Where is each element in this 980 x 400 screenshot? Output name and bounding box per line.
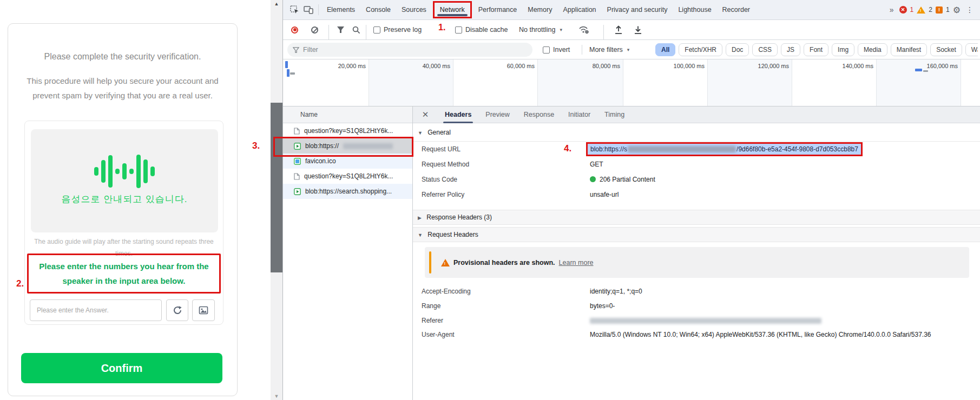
tab-memory[interactable]: Memory	[522, 0, 557, 20]
referer-key: Referer	[422, 313, 443, 328]
details-tab-headers[interactable]: Headers	[438, 106, 478, 123]
request-row[interactable]: blob:https://search.shopping...	[283, 184, 412, 199]
triangle-down-icon: ▼	[418, 130, 423, 136]
network-main-area: Name question?key=S1Q8L2HtY6k... blob:ht…	[283, 106, 980, 400]
export-har-button[interactable]	[634, 20, 642, 39]
favicon-icon	[294, 158, 301, 165]
settings-gear-icon[interactable]: ⚙	[953, 5, 961, 15]
general-section-header[interactable]: ▼ General	[413, 123, 980, 142]
chip-js[interactable]: JS	[781, 43, 800, 56]
document-icon	[294, 173, 300, 180]
tab-elements[interactable]: Elements	[321, 0, 360, 20]
image-captcha-button[interactable]	[192, 299, 215, 321]
audio-status-text: 음성으로 안내되고 있습니다.	[31, 193, 218, 205]
captcha-instruction-text: Please enter the numbers you hear from t…	[29, 259, 219, 288]
card-description: This procedure will help you secure your…	[19, 74, 226, 103]
request-row-selected[interactable]: blob:https://	[283, 138, 412, 154]
response-headers-section[interactable]: ▶ Response Headers (3)	[413, 210, 980, 225]
disable-cache-checkbox[interactable]: Disable cache	[455, 20, 508, 39]
request-headers-section[interactable]: ▼ Request Headers	[413, 227, 980, 242]
chip-img[interactable]: Img	[832, 43, 854, 56]
close-icon[interactable]: ✕	[413, 110, 438, 119]
network-overview-timeline[interactable]: 20,000 ms 40,000 ms 60,000 ms 80,000 ms …	[283, 59, 980, 106]
request-method-row: Request Method GET	[413, 157, 980, 172]
clear-button[interactable]	[311, 20, 318, 39]
details-tab-preview[interactable]: Preview	[478, 106, 516, 123]
devtools-panel: Elements Console Sources Network Perform…	[282, 0, 980, 400]
inspect-element-icon[interactable]	[287, 3, 301, 17]
preserve-log-checkbox[interactable]: Preserve log	[373, 20, 422, 39]
filter-toggle-button[interactable]	[337, 20, 345, 39]
details-tab-response[interactable]: Response	[517, 106, 561, 123]
details-tab-initiator[interactable]: Initiator	[561, 106, 597, 123]
device-toolbar-icon[interactable]	[301, 3, 315, 17]
provisional-headers-warning: ! Provisional headers are shown. Learn m…	[425, 247, 969, 278]
search-button[interactable]	[352, 20, 360, 39]
waterfall-mark	[923, 70, 928, 72]
answer-input[interactable]	[30, 299, 162, 321]
request-row[interactable]: question?key=S1Q8L2HtY6k...	[283, 169, 412, 184]
chip-all[interactable]: All	[655, 43, 675, 56]
tab-application[interactable]: Application	[557, 0, 601, 20]
tab-recorder[interactable]: Recorder	[717, 0, 755, 20]
download-icon	[634, 25, 642, 35]
tab-network[interactable]: Network	[433, 1, 472, 18]
audio-waveform-icon	[31, 154, 218, 189]
devtools-menu-icon[interactable]: ⋮	[964, 5, 976, 14]
timeline-gridline	[961, 59, 961, 106]
chevron-down-icon: ▾	[627, 47, 630, 52]
confirm-button[interactable]: Confirm	[21, 353, 222, 383]
request-row[interactable]: favicon.ico	[283, 154, 412, 169]
referer-row: Referer	[413, 313, 980, 328]
chip-wasm[interactable]: Wasm	[965, 43, 978, 56]
more-filters-label: More filters	[589, 46, 623, 54]
chip-font[interactable]: Font	[804, 43, 828, 56]
learn-more-link[interactable]: Learn more	[559, 259, 594, 266]
filter-input[interactable]: Filter	[287, 43, 532, 57]
status-code-row: Status Code 206 Partial Content	[413, 172, 980, 187]
response-headers-label: Response Headers (3)	[426, 214, 492, 221]
scrollbar-up-arrow[interactable]: ▲	[271, 1, 282, 6]
tab-sources[interactable]: Sources	[396, 0, 432, 20]
network-filter-row: Filter Invert More filters ▾ All Fetch/X…	[283, 40, 980, 59]
chip-socket[interactable]: Socket	[930, 43, 962, 56]
request-row[interactable]: question?key=S1Q8L2HtY6k...	[283, 123, 412, 138]
record-button[interactable]	[291, 20, 298, 39]
chip-manifest[interactable]: Manifest	[891, 43, 927, 56]
accept-encoding-row: Accept-Encoding identity;q=1, *;q=0	[413, 284, 980, 299]
page-scrollbar[interactable]: ▲ ▼	[271, 0, 282, 400]
redacted-referer-blur	[590, 318, 821, 324]
import-har-button[interactable]	[614, 20, 623, 39]
chip-doc[interactable]: Doc	[726, 43, 749, 56]
refresh-icon	[172, 305, 183, 316]
details-tab-label: Headers	[445, 111, 471, 118]
request-list-name-header[interactable]: Name	[283, 106, 412, 123]
timeline-tick: 20,000 ms	[328, 63, 366, 69]
chip-css[interactable]: CSS	[752, 43, 778, 56]
security-verification-card: Please complete the security verificatio…	[8, 23, 238, 396]
refresh-audio-button[interactable]	[166, 299, 188, 321]
request-name: blob:https://	[305, 142, 339, 150]
request-name: blob:https://search.shopping...	[305, 188, 392, 195]
scrollbar-thumb[interactable]	[271, 103, 282, 272]
issues-badge-icon[interactable]: !	[936, 6, 943, 14]
chip-fetch-xhr[interactable]: Fetch/XHR	[679, 43, 722, 56]
timeline-gridline	[623, 59, 623, 106]
network-conditions-button[interactable]	[578, 20, 589, 39]
throttling-select[interactable]: No throttling ▾	[519, 20, 562, 39]
network-toolbar: Preserve log Disable cache No throttling…	[283, 20, 980, 40]
chip-media[interactable]: Media	[858, 43, 887, 56]
scrollbar-down-arrow[interactable]: ▼	[271, 394, 282, 399]
more-tabs-icon[interactable]: »	[887, 5, 896, 14]
triangle-right-icon: ▶	[418, 215, 422, 221]
tab-privacy-security[interactable]: Privacy and security	[602, 0, 673, 20]
tab-performance[interactable]: Performance	[473, 0, 523, 20]
tab-console[interactable]: Console	[360, 0, 396, 20]
clear-icon	[311, 26, 318, 34]
details-tab-timing[interactable]: Timing	[597, 106, 632, 123]
error-badge-icon[interactable]: ✕	[899, 6, 907, 14]
invert-checkbox[interactable]: Invert	[543, 40, 570, 59]
warning-badge-icon[interactable]: !	[917, 6, 925, 14]
tab-lighthouse[interactable]: Lighthouse	[673, 0, 716, 20]
more-filters-select[interactable]: More filters ▾	[589, 40, 629, 59]
